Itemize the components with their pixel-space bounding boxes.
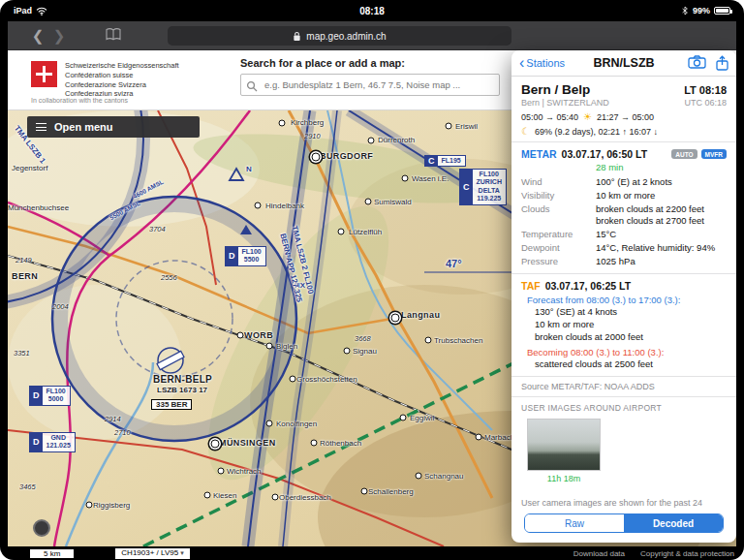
town-dot — [446, 123, 452, 130]
stations-back-button[interactable]: ‹Stations — [519, 55, 565, 71]
map-label: Langnau — [401, 310, 440, 320]
map-label: 335 BER — [151, 399, 192, 410]
taf-groups: Forecast from 08:00 (3.) to 17:00 (3.):1… — [521, 295, 727, 370]
share-icon[interactable] — [716, 55, 728, 71]
confederation-names: Schweizerische EidgenossenschaftConfédér… — [65, 61, 179, 99]
bookmarks-icon[interactable] — [103, 21, 124, 50]
camera-icon[interactable] — [688, 55, 706, 69]
town-dot — [402, 175, 409, 182]
taf-section: TAF 03.07.17, 06:25 LT Forecast from 08:… — [512, 274, 736, 375]
town-dot — [365, 199, 372, 205]
panel-nav: ‹Stations BRN/LSZB — [512, 50, 736, 77]
taf-label: TAF — [521, 280, 541, 292]
projection-select[interactable]: CH1903+ / LV95 ▾ — [115, 548, 190, 559]
map-label: Röthenbach — [320, 439, 361, 448]
status-time: 08:18 — [0, 6, 744, 16]
chevron-down-icon: ▾ — [180, 549, 184, 556]
bottom-bar: 5 km CH1903+ / LV95 ▾ Download data Copy… — [0, 546, 744, 560]
open-menu-button[interactable]: Open menu — [27, 116, 200, 138]
map-label: Grosshöchstetten — [296, 375, 357, 384]
map-label: BERN-BELP — [153, 374, 212, 385]
sunset-times: 21:27 → 05:00 — [597, 112, 654, 122]
town-dot — [344, 348, 351, 355]
town-dot — [86, 502, 93, 509]
chevron-left-icon: ‹ — [519, 55, 524, 71]
back-button[interactable]: ❮ — [27, 21, 48, 50]
map-label: 3351 — [14, 349, 30, 358]
metar-row: Temperature15°C — [521, 229, 727, 240]
town-dot — [204, 492, 211, 499]
town-dot — [211, 440, 220, 449]
airspace-label-box: DFL1005500 — [225, 246, 266, 266]
metar-row: Visibility10 km or more — [521, 190, 727, 202]
map-label: Münchenbuchsee — [8, 203, 69, 212]
map-label: WORB — [244, 330, 273, 340]
raw-tab[interactable]: Raw — [525, 514, 624, 532]
copyright-link[interactable]: Copyright & data protection — [640, 549, 734, 558]
airspace-label-box: CFL100ZURICHDELTA119.225 — [459, 169, 507, 205]
map-label: 2910 — [304, 132, 321, 140]
taf-line: broken clouds at 2000 feet — [535, 331, 727, 344]
town-dot — [312, 153, 321, 162]
user-image-age: 11h 18m — [527, 474, 601, 483]
map-label: 3668 — [355, 334, 371, 343]
map-label: Marbach — [484, 433, 514, 442]
town-dot — [416, 473, 422, 480]
map-label: Jegenstorf — [12, 164, 47, 172]
station-region: Bern | SWITZERLAND — [521, 98, 609, 108]
metar-row: Wind100° (E) at 2 knots — [521, 176, 727, 188]
map-label: N — [246, 165, 252, 173]
download-data-link[interactable]: Download data — [574, 549, 625, 558]
map-label: Kiesen — [213, 491, 236, 500]
map-label: MÜNSINGEN — [219, 438, 276, 448]
battery-icon — [714, 7, 730, 15]
open-menu-label: Open menu — [54, 121, 113, 133]
user-image-thumbnail[interactable] — [527, 419, 601, 471]
forward-button[interactable]: ❯ — [48, 21, 70, 50]
auto-badge: AUTO — [671, 149, 697, 159]
compass-button[interactable] — [33, 519, 50, 537]
map-label: Wichtrach — [227, 467, 262, 476]
airspace-label-box: DFL1005000 — [29, 386, 71, 406]
map-label: Konolfingen — [276, 420, 317, 428]
town-dot — [338, 229, 345, 235]
map-label: Schallenberg — [368, 487, 414, 496]
data-source-note: Source METAR/TAF: NOAA ADDS — [512, 377, 736, 396]
moon-icon: ☾ — [521, 126, 530, 137]
map-label: Sumiswald — [374, 198, 412, 206]
address-bar[interactable]: map.geo.admin.ch — [168, 26, 512, 46]
decoded-tab[interactable]: Decoded — [624, 514, 723, 532]
ipad-frame: iPad 08:18 99% ❮ ❯ map.geo.admin.ch — [0, 0, 744, 560]
weather-panel: ‹Stations BRN/LSZB Bern / Belp LT 08:18 … — [512, 50, 736, 543]
taf-line: 130° (SE) at 4 knots — [535, 306, 727, 319]
town-dot — [400, 415, 407, 421]
metar-timestamp: 03.07.17, 06:50 LT — [562, 148, 648, 160]
town-dot — [361, 488, 368, 495]
metar-section: METAR 03.07.17, 06:50 LT AUTO MVFR 28 mi… — [512, 142, 736, 273]
town-dot — [266, 343, 273, 350]
map-label: Lützelflüh — [349, 228, 382, 236]
swiss-flag-logo — [31, 61, 57, 87]
map-label: 3704 — [149, 225, 166, 233]
metar-row: Dewpoint14°C, Relative humidity: 94% — [521, 242, 727, 254]
map-label: Hindelbank — [265, 202, 304, 210]
lock-icon — [293, 31, 301, 42]
town-dot — [425, 337, 432, 344]
map-label: 2149 — [16, 256, 32, 264]
org-line: Confédération suisse — [65, 71, 179, 80]
search-label: Search for a place or add a map: — [240, 57, 500, 69]
map-label: Dürrenroth — [378, 136, 415, 144]
town-dot — [272, 494, 279, 501]
map-label: 47° — [446, 258, 462, 269]
map-label: 2004 — [52, 302, 69, 311]
search-input[interactable] — [240, 74, 500, 96]
taf-timestamp: 03.07.17, 06:25 LT — [545, 280, 632, 292]
flight-rules-badge: MVFR — [701, 149, 727, 159]
taf-line: 10 km or more — [535, 319, 727, 331]
metar-label: METAR — [521, 148, 557, 160]
sun-icon: ☀ — [583, 111, 592, 122]
airspace-label-box: CFL195 — [424, 155, 466, 167]
town-dot — [290, 376, 296, 383]
raw-decoded-toggle: Raw Decoded — [524, 513, 724, 533]
map-label: Kirchberg — [291, 118, 324, 127]
